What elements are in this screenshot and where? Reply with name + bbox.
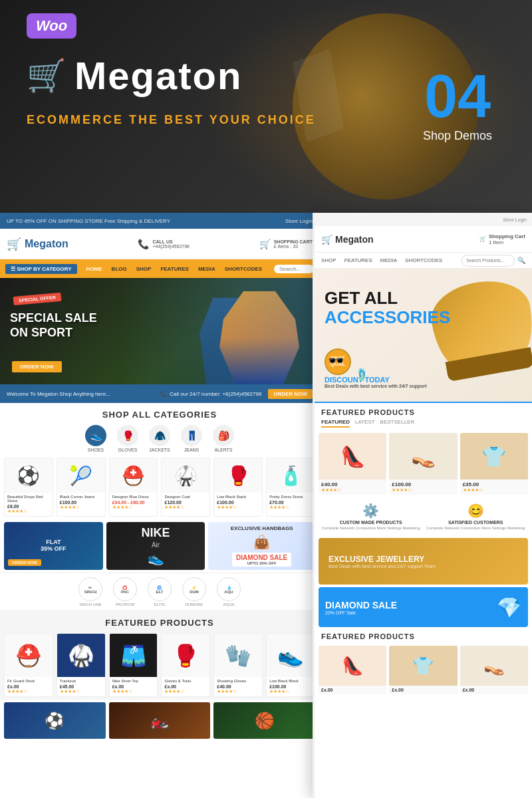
cat-shoes[interactable]: 👟 SHOES [85,425,106,452]
r-product-price-2: £100.00 [392,481,454,487]
brand-aqua-name: AQUA [223,602,234,606]
r-tab-latest[interactable]: LATEST [355,419,375,428]
sport-basketball[interactable]: 🏀 [213,702,315,739]
featured-card-6[interactable]: 👟 Low Black Block £100.00 ★★★★☆ [266,633,315,697]
promo-nike-banner[interactable]: NIKE Air 👟 [106,522,205,570]
call-label: CALL US [152,239,189,244]
brand-aqua-logo: 💧AQU [217,577,241,601]
brand-aqua[interactable]: 💧AQU AQUA [217,577,241,606]
r-product-2[interactable]: 👡 £100.00 ★★★★☆ [389,433,457,495]
r-nav-shop[interactable]: SHOP [321,257,336,263]
featured-info-4: Gloves & Tools £x.00 ★★★★☆ [162,677,209,696]
header-cart[interactable]: 🛒 SHOPPING CART £ Items : 20 [259,239,313,249]
hero-section: Woo 🛒 Megaton Ecommerce The Best Your Ch… [0,0,532,213]
r-navbar: SHOP FEATURES MEDIA SHORTCODES 🔍 [315,253,532,269]
r-discount-label: DISCOUNT TODAY [325,376,427,384]
sport-motocross[interactable]: 🏍️ [109,702,211,739]
brand-pacificm[interactable]: ⭕PAC PACIFICM [113,577,137,606]
featured-card-4[interactable]: 🥊 Gloves & Tools £x.00 ★★★★☆ [161,633,210,697]
cat-jeans-label: JEANS [184,448,200,452]
r-nav-shortcodes[interactable]: SHORTCODES [405,257,442,263]
nav-media[interactable]: MEDIA [198,266,215,272]
cat-alerts[interactable]: 🎒 ALERTS [213,425,234,452]
promo-water-banner[interactable]: FLAT35% OFF ORDER NOW [4,522,103,570]
brand-sinchline[interactable]: ✂SINCH SINCH LINE [78,577,102,606]
product-card-5[interactable]: 🥊 Low Black Stack £100.00 ★★★★☆ [213,458,263,517]
cat-jackets[interactable]: 🧥 JACKETS [149,425,170,452]
nav-blog[interactable]: BLOG [112,266,127,272]
r-cart-label: Shopping Cart [489,233,525,239]
search-input[interactable] [274,265,314,273]
header-phone: 📞 CALL US +44(254)4562796 [138,239,189,249]
woo-badge: Woo [27,13,76,39]
product-stars-2: ★★★★☆ [60,505,102,510]
featured-card-5[interactable]: 🧤 Shooting Gloves £40.00 ★★★★☆ [213,633,263,697]
r-nav-media[interactable]: MEDIA [380,257,397,263]
brand-elite[interactable]: 🌀ELT ELITE [148,577,172,606]
feature-custom-icon: ⚙️ [362,503,379,519]
product-card-4[interactable]: 🥋 Designer Coat £120.00 ★★★★☆ [161,458,210,517]
featured-card-1[interactable]: ⛑️ Fir Guard Shott £x.00 ★★★★☆ [4,633,53,697]
product-img-4: 🥋 [162,458,209,493]
promo-order-btn[interactable]: ORDER NOW [8,559,41,566]
r-tab-bestseller[interactable]: BESTSELLER [380,419,415,428]
product-card-6[interactable]: 🧴 Pretty Dress Stone £70.00 ★★★★☆ [266,458,315,517]
info-bar-text: Welcome To Megaton Shop Anything here... [7,391,154,397]
r-diamond-text: DIAMOND SALE 20% OFF Sale [325,600,397,615]
product-img-5: 🥊 [214,458,262,493]
r-search-input[interactable] [462,255,515,267]
r-tab-featured[interactable]: FEATURED [321,419,350,428]
r-product-price-1: £40.00 [321,481,384,487]
nav-shortcodes[interactable]: SHORTCODES [225,266,262,272]
nav-home[interactable]: HOME [86,266,102,272]
r-fp-card-2[interactable]: 👕 £x.00 [389,646,457,694]
order-now-btn[interactable]: ORDER NOW [12,361,62,372]
cat-jeans[interactable]: 👖 JEANS [181,425,202,452]
brand-sinchline-logo: ✂SINCH [78,577,102,601]
featured-info-5: Shooting Gloves £40.00 ★★★★☆ [214,677,262,696]
r-search-icon[interactable]: 🔍 [517,257,525,264]
r-cart-info[interactable]: 🛒 Shopping Cart 1 Item [479,233,525,245]
nav-features[interactable]: FEATURES [160,266,189,272]
featured-title: FEATURED PRODUCTS [0,611,319,630]
r-fp-img-1: 👠 [319,646,386,686]
category-btn[interactable]: ☰ SHOP BY CATEGORY [5,264,77,274]
cat-shoes-icon: 👟 [85,425,106,446]
nav-shop[interactable]: SHOP [136,266,152,272]
store-name: Megaton [25,238,68,250]
cat-gloves[interactable]: 🥊 GLOVES [117,425,138,452]
product-info-3: Designer Blue Dress £34.00 - £80.00 ★★★★… [110,493,158,512]
promo-handbag-banner[interactable]: EXCLUSIVE HANDBAGS 👜 DIAMOND SALE UPTO 2… [208,522,315,570]
r-fp-card-3[interactable]: 👡 £x.00 [460,646,528,694]
r-product-info-1: £40.00 ★★★★☆ [319,479,386,495]
feature-custom-desc: Complete Network Connection More Setting… [322,526,420,530]
r-fp-price-2: £x.00 [392,688,454,692]
featured-card-2[interactable]: 🥋 Tracksuit £45.00 ★★★★☆ [57,633,106,697]
info-order-btn[interactable]: ORDER NOW [268,389,313,399]
info-bar-phone: 📞 Call our 24/7 number: +6(254)4562796 [160,391,261,397]
r-product-info-2: £100.00 ★★★★☆ [389,479,457,495]
r-product-img-1: 👠 [319,433,386,479]
product-card-2[interactable]: 🎾 Black Corner Jeans £100.00 ★★★★☆ [57,458,106,517]
store-logo-cart: 🛒 [7,237,21,251]
r-product-1[interactable]: 👠 £40.00 ★★★★☆ [319,433,386,495]
product-img-2: 🎾 [57,458,105,493]
product-stars-4: ★★★★☆ [164,505,207,510]
product-card-1[interactable]: ⚽ Beautiful Drops Red Stone £8.00 ★★★★☆ [4,458,53,517]
r-flipflop-icon: 🩴 [354,367,369,382]
r-product-3[interactable]: 👕 £35.00 ★★★★☆ [460,433,528,495]
featured-card-3[interactable]: 🩳 Nike Short Top £x.00 ★★★★☆ [109,633,158,697]
categories-icons: 👟 SHOES 🥊 GLOVES 🧥 JACKETS 👖 JEANS 🎒 ALE… [0,422,319,455]
r-fp-card-1[interactable]: 👠 £x.00 [319,646,386,694]
r-nav-features[interactable]: FEATURES [344,257,372,263]
demo-right: Store Login 🛒 Megaton 🛒 Shopping Cart 1 … [313,213,532,798]
r-diamond-promo[interactable]: DIAMOND SALE 20% OFF Sale 💎 [319,587,528,627]
product-card-3[interactable]: ⛑️ Designer Blue Dress £34.00 - £80.00 ★… [109,458,158,517]
brand-cart-icon: 🛒 [27,57,66,94]
sport-soccer[interactable]: ⚽ [4,702,106,739]
r-sunglasses-icon: 🕶️ [328,352,344,368]
featured-price-4: £x.00 [164,684,207,689]
r-products-row: 👠 £40.00 ★★★★☆ 👡 £100.00 ★★★★☆ 👕 £35.00 … [315,430,532,497]
brand-dumore[interactable]: ⚡DUM DUMORE [182,577,206,606]
r-jewellery-banner[interactable]: EXCLUSIVE JEWELLERY Best Deals with best… [319,538,528,585]
